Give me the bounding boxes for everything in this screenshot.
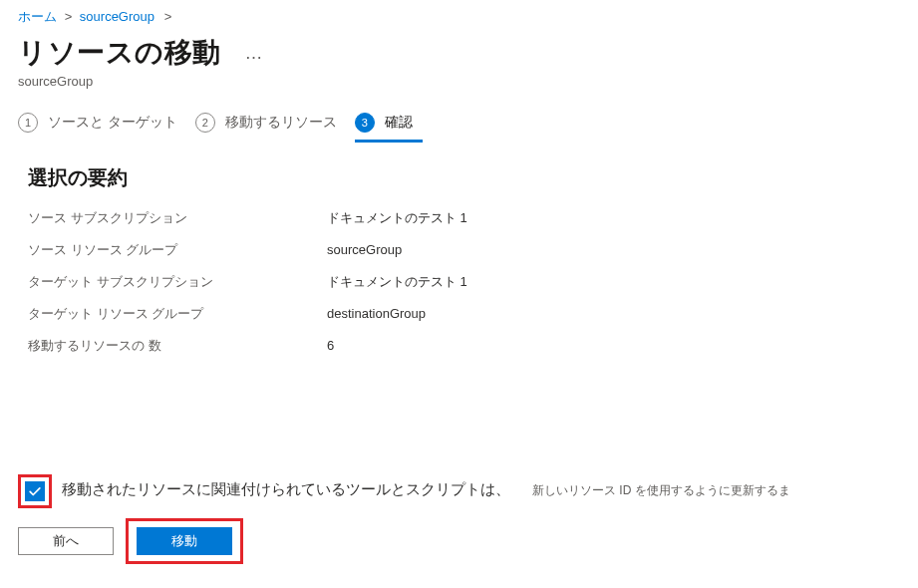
- label-source-subscription: ソース サブスクリプション: [28, 209, 327, 227]
- breadcrumb-sep: >: [65, 9, 73, 24]
- step-source-target[interactable]: 1 ソースと ターゲット: [18, 107, 195, 143]
- step-resources[interactable]: 2 移動するリソース: [195, 107, 355, 143]
- value-source-subscription: ドキュメントのテスト 1: [327, 209, 467, 227]
- wizard-steps: 1 ソースと ターゲット 2 移動するリソース 3 確認: [0, 107, 918, 148]
- acknowledge-note: 新しいリソース ID を使用するように更新するま: [532, 474, 790, 499]
- footer: 移動されたリソースに関連付けられているツールとスクリプトは、 新しいリソース I…: [0, 474, 918, 564]
- title-row: リソースの移動 …: [0, 28, 918, 72]
- value-resource-count: 6: [327, 338, 334, 353]
- value-target-rg: destinationGroup: [327, 306, 426, 321]
- label-resource-count: 移動するリソースの 数: [28, 337, 327, 355]
- value-target-subscription: ドキュメントのテスト 1: [327, 273, 467, 291]
- breadcrumb: ホーム > sourceGroup >: [0, 0, 918, 28]
- row-source-subscription: ソース サブスクリプション ドキュメントのテスト 1: [28, 209, 890, 227]
- breadcrumb-home[interactable]: ホーム: [18, 9, 57, 24]
- row-target-rg: ターゲット リソース グループ destinationGroup: [28, 305, 890, 323]
- summary-section: 選択の要約 ソース サブスクリプション ドキュメントのテスト 1 ソース リソー…: [0, 148, 918, 385]
- step-label-1: ソースと ターゲット: [48, 114, 177, 132]
- step-number-2: 2: [195, 113, 215, 133]
- step-label-3: 確認: [385, 114, 413, 132]
- move-button-highlight: 移動: [126, 518, 243, 564]
- page-title: リソースの移動: [18, 34, 221, 72]
- more-menu-icon[interactable]: …: [241, 43, 267, 64]
- summary-heading: 選択の要約: [28, 164, 890, 191]
- step-number-3: 3: [355, 113, 375, 133]
- acknowledge-text: 移動されたリソースに関連付けられているツールとスクリプトは、: [62, 474, 510, 499]
- previous-button[interactable]: 前へ: [18, 527, 114, 555]
- acknowledge-checkbox[interactable]: [25, 481, 45, 501]
- breadcrumb-sourcegroup[interactable]: sourceGroup: [80, 9, 154, 24]
- row-source-rg: ソース リソース グループ sourceGroup: [28, 241, 890, 259]
- step-review[interactable]: 3 確認: [355, 107, 423, 143]
- page-subtitle: sourceGroup: [0, 72, 918, 107]
- label-target-rg: ターゲット リソース グループ: [28, 305, 327, 323]
- step-label-2: 移動するリソース: [225, 114, 337, 132]
- label-source-rg: ソース リソース グループ: [28, 241, 327, 259]
- breadcrumb-chevron: >: [164, 9, 172, 24]
- move-button[interactable]: 移動: [137, 527, 232, 555]
- acknowledge-checkbox-highlight: [18, 474, 52, 508]
- step-number-1: 1: [18, 113, 38, 133]
- acknowledge-row: 移動されたリソースに関連付けられているツールとスクリプトは、 新しいリソース I…: [18, 474, 900, 508]
- check-icon: [28, 484, 42, 498]
- label-target-subscription: ターゲット サブスクリプション: [28, 273, 327, 291]
- row-resource-count: 移動するリソースの 数 6: [28, 337, 890, 355]
- button-row: 前へ 移動: [18, 518, 900, 564]
- row-target-subscription: ターゲット サブスクリプション ドキュメントのテスト 1: [28, 273, 890, 291]
- value-source-rg: sourceGroup: [327, 242, 402, 257]
